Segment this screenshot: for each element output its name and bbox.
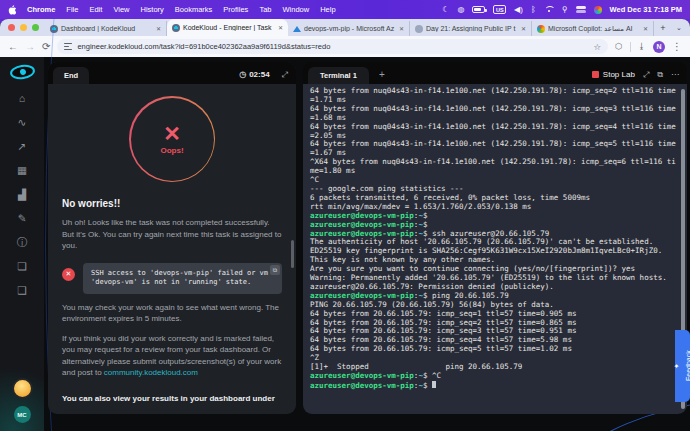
kodekloud-favicon-icon <box>172 24 180 32</box>
stop-lab-button[interactable]: Stop Lab <box>592 70 635 79</box>
browser-tab[interactable]: KodeKloud - Engineer | Task✕ <box>167 19 288 36</box>
task-message-3: If you think you did your work correctly… <box>62 333 282 379</box>
copilot-favicon-icon <box>537 25 545 33</box>
app-color-icon[interactable] <box>594 6 602 14</box>
spotlight-search-icon[interactable]: ⚲ <box>562 6 568 14</box>
tab-title: Microsoft Copilot: مساعد Al <box>548 25 640 33</box>
expand-terminal-icon[interactable]: ⤢ <box>643 71 649 79</box>
error-message-block: SSH access to 'devops-vm-pip' failed or … <box>83 263 282 294</box>
tab-close-icon[interactable]: ✕ <box>643 25 648 32</box>
task-panel-scrollbar[interactable] <box>291 240 294 268</box>
progress-icon[interactable]: ↗ <box>15 141 29 152</box>
emoji-avatar[interactable] <box>12 378 33 399</box>
macos-menu-bar: Chrome FileEditViewHistoryBookmarksProfi… <box>0 0 690 19</box>
browser-tab[interactable]: Microsoft Copilot: مساعد Al✕ <box>532 21 654 36</box>
azure-favicon-icon <box>293 25 301 33</box>
fullscreen-window-button[interactable] <box>32 24 39 31</box>
address-bar[interactable]: engineer.kodekloud.com/task?id=691b0ce40… <box>57 39 608 54</box>
menu-app-name[interactable]: Chrome <box>27 5 55 14</box>
error-row: ✕ SSH access to 'devops-vm-pip' failed o… <box>62 263 282 294</box>
menu-items: FileEditViewHistoryBookmarksProfilesTabW… <box>66 5 335 14</box>
close-window-button[interactable] <box>8 24 15 31</box>
menu-item[interactable]: Help <box>320 5 335 14</box>
tab-close-icon[interactable]: ✕ <box>156 25 161 32</box>
end-tab-button[interactable]: End <box>53 67 89 84</box>
site-info-icon[interactable] <box>64 43 72 50</box>
menu-item[interactable]: Bookmarks <box>175 5 213 14</box>
url-text[interactable]: engineer.kodekloud.com/task?id=691b0ce40… <box>77 42 588 51</box>
calendar-icon[interactable]: ▦ <box>15 165 29 176</box>
timer-value: 02:54 <box>249 70 269 79</box>
bluetooth-icon[interactable]: ᛒ <box>531 6 536 14</box>
error-x-icon: ✕ <box>62 268 75 281</box>
community-link[interactable]: community.kodekloud.com <box>104 368 198 377</box>
open-in-new-icon[interactable]: ⧉ <box>657 71 663 79</box>
sidebar-icons: ⌂∿↗▦▟✎ⓘ❏❑ <box>15 93 29 296</box>
chrome-menu-icon[interactable]: ⋮ <box>672 42 682 52</box>
task-panel-header: End ◷ 02:54 ⤢ <box>48 62 296 84</box>
apple-icon[interactable] <box>8 5 17 15</box>
dnd-moon-icon[interactable]: ☾ <box>442 6 449 14</box>
bookmark-star-icon[interactable]: ☆ <box>593 42 601 52</box>
feedback-label: Feedback <box>685 351 690 382</box>
failure-x-icon: ✕ <box>163 123 181 144</box>
kodekloud-favicon-icon <box>50 25 58 33</box>
leaderboard-icon[interactable]: ▟ <box>15 189 29 200</box>
timer: ◷ 02:54 <box>239 70 269 79</box>
docs-icon[interactable]: ❏ <box>15 261 29 272</box>
control-center-icon[interactable] <box>576 6 586 13</box>
expand-panel-icon[interactable]: ⤢ <box>282 71 288 79</box>
kodekloud-app: ⌂∿↗▦▟✎ⓘ❏❑ MC End ◷ 02:54 ⤢ <box>0 57 690 431</box>
back-button[interactable]: ← <box>8 42 18 52</box>
menu-item[interactable]: Profiles <box>223 5 248 14</box>
home-icon[interactable]: ⌂ <box>15 93 29 104</box>
feedback-button[interactable]: ✦ Feedback <box>675 330 690 402</box>
terminal-line: 64 bytes from 20.66.105.79: icmp_seq=5 t… <box>310 345 680 354</box>
menu-item[interactable]: View <box>113 5 129 14</box>
extensions-puzzle-icon[interactable]: ⬡ <box>615 42 622 51</box>
tab-close-icon[interactable]: ✕ <box>399 25 404 32</box>
copy-icon[interactable]: ⧉ <box>270 265 280 275</box>
user-initials-avatar[interactable]: MC <box>14 406 31 423</box>
menu-item[interactable]: Window <box>282 5 309 14</box>
browser-tab[interactable]: Dashboard | KodeKloud✕ <box>45 21 167 36</box>
forum-icon[interactable]: ❑ <box>15 285 29 296</box>
tab-close-icon[interactable]: ✕ <box>521 25 526 32</box>
menu-clock[interactable]: Wed Dec 31 7:18 PM <box>610 5 682 14</box>
kodekloud-logo-icon[interactable] <box>9 63 36 80</box>
browser-tab[interactable]: Day 21: Assigning Public IP t✕ <box>410 21 532 36</box>
screen: Chrome FileEditViewHistoryBookmarksProfi… <box>0 0 690 431</box>
new-tab-button[interactable]: + <box>656 21 670 35</box>
menu-item[interactable]: File <box>66 5 78 14</box>
learning-path-icon[interactable]: ∿ <box>15 117 29 128</box>
browser-toolbar: ← → ⟳ engineer.kodekloud.com/task?id=691… <box>0 36 690 57</box>
tab-search-chevron-icon[interactable]: ⌄ <box>672 21 686 35</box>
new-terminal-button[interactable]: + <box>369 69 395 84</box>
feedback-pencil-icon[interactable]: ✎ <box>15 213 29 224</box>
onepassword-icon[interactable]: ◍ <box>457 6 464 14</box>
battery-icon[interactable] <box>472 6 485 13</box>
info-icon[interactable]: ⓘ <box>15 237 29 248</box>
task-panel-header-right: ◷ 02:54 ⤢ <box>239 70 288 84</box>
forward-button[interactable]: → <box>25 42 35 52</box>
terminal-tab[interactable]: Terminal 1 <box>308 67 369 84</box>
minimize-window-button[interactable] <box>20 24 27 31</box>
reload-button[interactable]: ⟳ <box>42 42 50 52</box>
profile-avatar[interactable]: N <box>653 41 665 53</box>
wifi-icon[interactable] <box>544 6 554 14</box>
terminal-screen[interactable]: 64 bytes from nuq04s43-in-f14.1e100.net … <box>303 84 687 414</box>
oops-circle-inner: ✕ Oops! <box>131 98 214 181</box>
stop-lab-label: Stop Lab <box>603 70 635 79</box>
browser-tab[interactable]: devops-vm-pip - Microsoft Az✕ <box>288 21 410 36</box>
terminal-panel: Terminal 1 + Stop Lab ⤢ ⧉ ⋯ 64 bytes fro… <box>303 62 687 414</box>
menu-item[interactable]: History <box>141 5 164 14</box>
menu-item[interactable]: Tab <box>259 5 271 14</box>
input-source-badge[interactable]: US <box>493 5 506 14</box>
menu-item[interactable]: Edit <box>89 5 102 14</box>
terminal-menu-icon[interactable]: ⋯ <box>671 71 679 79</box>
downloads-icon[interactable]: ⭳ <box>638 42 647 51</box>
tab-title: devops-vm-pip - Microsoft Az <box>304 25 396 32</box>
tab-close-icon[interactable]: ✕ <box>278 24 283 31</box>
volume-icon[interactable]: ◀) <box>514 6 523 14</box>
tab-title: Day 21: Assigning Public IP t <box>426 25 518 32</box>
